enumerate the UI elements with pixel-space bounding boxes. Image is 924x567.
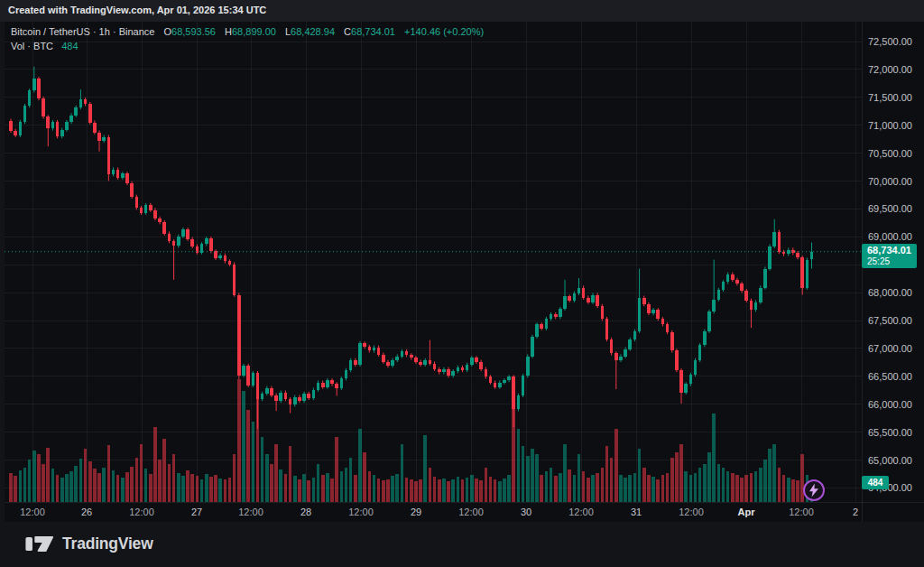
symbol-title[interactable]: Bitcoin / TetherUS · 1h · Binance (11, 26, 154, 37)
price-axis-label: 66,000.00 (868, 399, 912, 410)
time-axis-label: 12:00 (20, 507, 45, 517)
open-value: 68,593.56 (171, 26, 216, 37)
tradingview-logo-icon (24, 534, 55, 553)
time-axis-label: 29 (411, 507, 421, 517)
legend-ohlc-row: Bitcoin / TetherUS · 1h · Binance O68,59… (11, 25, 484, 39)
time-axis-label: 27 (191, 507, 202, 517)
time-axis-label: 30 (521, 507, 531, 517)
time-axis-label: Apr (738, 507, 755, 517)
price-axis-label: 71,000.00 (868, 120, 912, 131)
symbol-legend[interactable]: Bitcoin / TetherUS · 1h · Binance O68,59… (11, 25, 484, 53)
bar-countdown: 25:25 (867, 256, 917, 266)
time-axis-label: 12:00 (129, 507, 154, 517)
volume-label: Vol · BTC (11, 41, 53, 51)
volume-value: 484 (61, 41, 78, 51)
volume-axis-badge: 484 (862, 476, 889, 489)
price-axis-separator (862, 22, 863, 522)
price-axis-label: 69,000.00 (868, 231, 912, 242)
time-axis-label: 2 (853, 507, 858, 517)
price-axis-label: 68,000.00 (868, 287, 912, 298)
time-axis-label: 28 (300, 507, 311, 517)
tradingview-snapshot: Created with TradingView.com, Apr 01, 20… (0, 0, 924, 567)
time-axis-label: 26 (81, 507, 92, 517)
brand-row[interactable]: TradingView (24, 534, 153, 553)
time-axis-label: 31 (631, 507, 642, 517)
time-axis-label: 12:00 (238, 507, 263, 517)
legend-volume-row: Vol · BTC 484 (11, 40, 484, 53)
low-value: 68,428.94 (291, 26, 335, 37)
price-axis-label: 66,500.00 (868, 371, 912, 382)
close-value: 68,734.01 (351, 26, 395, 37)
tradingview-wordmark: TradingView (62, 534, 153, 553)
price-axis-label: 67,500.00 (868, 315, 912, 326)
high-label: H (225, 26, 232, 37)
time-axis-label: 12:00 (348, 507, 374, 517)
flash-boost-icon[interactable] (803, 479, 825, 501)
price-axis-label: 70,500.00 (868, 148, 912, 159)
price-axis-label: 70,000.00 (868, 176, 912, 187)
top-strip: Created with TradingView.com, Apr 01, 20… (0, 0, 924, 22)
price-axis-label: 67,000.00 (868, 343, 912, 354)
time-axis-label: 12:00 (568, 507, 594, 517)
time-axis-separator (5, 502, 924, 503)
price-axis-label: 65,500.00 (868, 427, 912, 438)
close-label: C (344, 26, 351, 37)
open-label: O (163, 26, 171, 37)
last-price-value: 68,734.01 (867, 244, 917, 256)
created-with-line: Created with TradingView.com, Apr 01, 20… (8, 5, 266, 15)
price-axis-label: 69,500.00 (868, 203, 912, 214)
price-axis-label: 71,500.00 (868, 92, 912, 103)
last-price-badge: 68,734.01 25:25 (862, 244, 917, 268)
high-value: 68,899.00 (232, 26, 276, 37)
time-axis-label: 12:00 (458, 507, 484, 517)
change-value: +140.46 (+0.20%) (404, 26, 484, 37)
time-axis-label: 12:00 (679, 507, 704, 517)
chart-pane[interactable] (5, 22, 924, 522)
price-axis-label: 72,500.00 (868, 36, 912, 47)
price-axis-label: 65,000.00 (868, 455, 912, 466)
time-axis-label: 12:00 (789, 507, 814, 517)
lightning-bolt-icon (805, 481, 823, 499)
price-axis-label: 72,000.00 (868, 64, 912, 75)
